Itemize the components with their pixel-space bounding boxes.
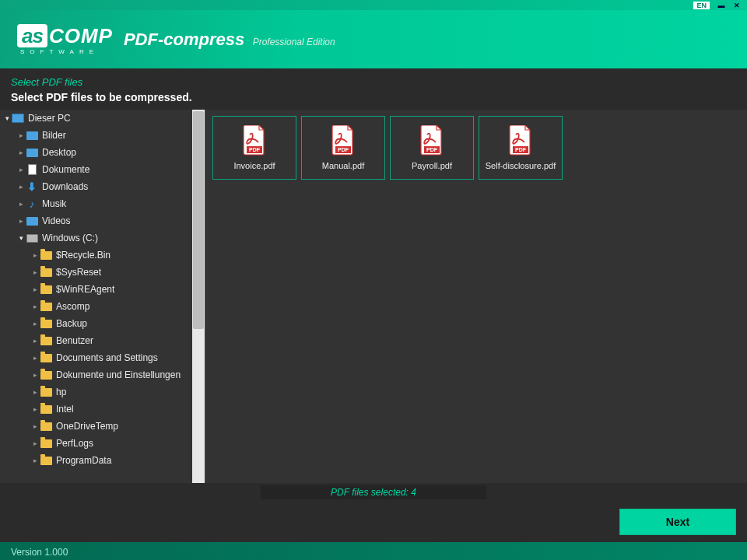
folder-icon — [39, 283, 53, 296]
tree-node-folder[interactable]: ▸ProgramData — [0, 452, 205, 469]
minimize-button[interactable]: ▬ — [714, 1, 728, 9]
tree-label: Benutzer — [56, 335, 93, 346]
tree-node-folder[interactable]: ▸Benutzer — [0, 332, 205, 349]
chevron-right-icon[interactable]: ▸ — [31, 337, 39, 345]
folder-icon — [39, 369, 53, 381]
pictures-icon — [25, 129, 39, 142]
pdf-file-icon: PDF — [242, 125, 267, 156]
tree-label: Dokumente — [42, 164, 89, 175]
chevron-right-icon[interactable]: ▸ — [31, 354, 39, 362]
chevron-right-icon[interactable]: ▸ — [31, 251, 39, 259]
step-title: Select PDF files — [11, 76, 736, 88]
folder-icon — [39, 352, 53, 364]
status-bar: PDF files selected: 4 — [0, 483, 747, 502]
chevron-right-icon[interactable]: ▸ — [17, 149, 25, 156]
chevron-right-icon[interactable]: ▸ — [17, 183, 25, 191]
tree-label: Bilder — [42, 130, 66, 141]
folder-icon — [39, 249, 53, 261]
step-bar: Select PDF files Select PDF files to be … — [0, 68, 747, 108]
tree-node-videos[interactable]: ▸Videos — [0, 212, 205, 229]
logo-as: as — [17, 24, 47, 47]
document-icon — [25, 163, 39, 176]
close-button[interactable]: ✕ — [730, 1, 744, 9]
chevron-right-icon[interactable]: ▸ — [31, 405, 39, 413]
pdf-file-icon: PDF — [508, 125, 533, 156]
file-name: Payroll.pdf — [412, 161, 452, 170]
tree-node-musik[interactable]: ▸♪Musik — [0, 195, 205, 212]
tree-node-desktop[interactable]: ▸Desktop — [0, 144, 205, 161]
chevron-right-icon[interactable]: ▸ — [31, 388, 39, 396]
tree-label: ProgramData — [56, 455, 111, 466]
tree-label: Musik — [42, 198, 66, 209]
svg-text:PDF: PDF — [338, 147, 349, 152]
main-area: ▾Dieser PC▸Bilder▸Desktop▸Dokumente▸⬇Dow… — [0, 110, 747, 483]
file-grid: PDF Invoice.pdf PDF Manual.pdf PDF Payro… — [206, 110, 747, 483]
tree-label: Intel — [56, 404, 74, 415]
chevron-right-icon[interactable]: ▸ — [31, 320, 39, 327]
chevron-right-icon[interactable]: ▸ — [31, 268, 39, 276]
chevron-right-icon[interactable]: ▸ — [17, 200, 25, 208]
tree-node-folder[interactable]: ▸Documents and Settings — [0, 349, 205, 366]
file-item[interactable]: PDF Payroll.pdf — [390, 116, 474, 180]
chevron-down-icon[interactable]: ▾ — [3, 114, 11, 122]
file-name: Manual.pdf — [322, 161, 364, 170]
chevron-right-icon[interactable]: ▸ — [17, 217, 25, 225]
pictures-icon — [25, 146, 39, 159]
folder-tree: ▾Dieser PC▸Bilder▸Desktop▸Dokumente▸⬇Dow… — [0, 110, 206, 483]
tree-node-folder[interactable]: ▸$SysReset — [0, 264, 205, 281]
chevron-right-icon[interactable]: ▸ — [17, 166, 25, 173]
tree-node-downloads[interactable]: ▸⬇Downloads — [0, 178, 205, 195]
scroll-thumb[interactable] — [193, 111, 204, 329]
next-button[interactable]: Next — [619, 509, 736, 535]
tree-label: hp — [56, 387, 66, 397]
folder-icon — [39, 300, 53, 313]
pdf-file-icon: PDF — [419, 125, 444, 156]
tree-node-this-pc[interactable]: ▾Dieser PC — [0, 110, 205, 127]
chevron-right-icon[interactable]: ▸ — [31, 303, 39, 310]
tree-label: Dieser PC — [28, 113, 71, 124]
tree-label: $Recycle.Bin — [56, 250, 110, 261]
tree-node-folder[interactable]: ▸Intel — [0, 401, 205, 418]
tree-node-folder[interactable]: ▸Backup — [0, 315, 205, 332]
logo-comp: COMP — [49, 26, 113, 46]
chevron-right-icon[interactable]: ▸ — [17, 131, 25, 139]
chevron-right-icon[interactable]: ▸ — [31, 371, 39, 379]
folder-icon — [39, 437, 53, 450]
file-item[interactable]: PDF Invoice.pdf — [212, 116, 296, 180]
chevron-right-icon[interactable]: ▸ — [31, 285, 39, 293]
tree-node-folder[interactable]: ▸$Recycle.Bin — [0, 247, 205, 264]
tree-label: $SysReset — [56, 267, 101, 278]
tree-node-folder[interactable]: ▸OneDriveTemp — [0, 418, 205, 435]
tree-node-folder[interactable]: ▸$WinREAgent — [0, 281, 205, 298]
status-text: PDF files selected: 4 — [261, 485, 486, 499]
tree-node-folder[interactable]: ▸Dokumente und Einstellungen — [0, 366, 205, 383]
app-title: PDF-compress — [124, 30, 244, 49]
folder-icon — [39, 403, 53, 415]
svg-text:PDF: PDF — [249, 147, 261, 152]
chevron-right-icon[interactable]: ▸ — [31, 457, 39, 464]
tree-scrollbar[interactable] — [192, 110, 205, 483]
tree-node-folder[interactable]: ▸Ascomp — [0, 298, 205, 315]
tree-label: Videos — [42, 215, 70, 226]
chevron-right-icon[interactable]: ▸ — [31, 439, 39, 447]
tree-label: Windows (C:) — [42, 233, 98, 243]
action-bar: Next — [0, 502, 747, 542]
chevron-right-icon[interactable]: ▸ — [31, 422, 39, 430]
tree-node-folder[interactable]: ▸hp — [0, 383, 205, 401]
app-edition: Professional Edition — [253, 37, 335, 47]
svg-text:PDF: PDF — [426, 147, 438, 152]
drive-icon — [25, 232, 39, 244]
tree-node-drive-c[interactable]: ▾Windows (C:) — [0, 229, 205, 247]
pc-icon — [11, 112, 25, 124]
chevron-down-icon[interactable]: ▾ — [17, 234, 25, 242]
language-badge[interactable]: EN — [693, 2, 710, 9]
tree-label: Documents and Settings — [56, 352, 158, 363]
video-icon — [25, 215, 39, 227]
folder-icon — [39, 386, 53, 398]
file-item[interactable]: PDF Self-disclosure.pdf — [479, 116, 563, 180]
file-item[interactable]: PDF Manual.pdf — [301, 116, 385, 180]
tree-node-dokumente[interactable]: ▸Dokumente — [0, 161, 205, 178]
tree-node-folder[interactable]: ▸PerfLogs — [0, 435, 205, 452]
tree-label: $WinREAgent — [56, 284, 114, 295]
tree-node-bilder[interactable]: ▸Bilder — [0, 127, 205, 144]
